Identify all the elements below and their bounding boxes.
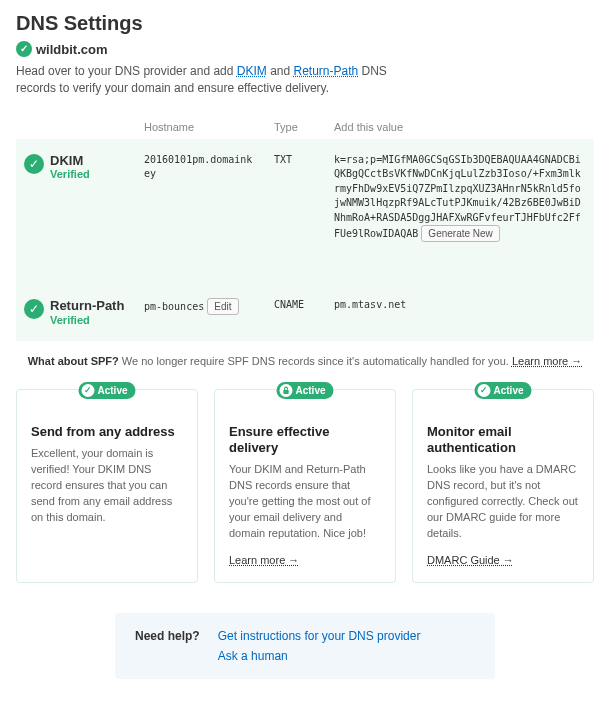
card-dmarc: ✓ Active Monitor email authentication Lo… <box>412 389 594 583</box>
dkim-name: DKIM <box>50 153 90 169</box>
col-value: Add this value <box>326 115 594 139</box>
col-type: Type <box>266 115 326 139</box>
edit-button[interactable]: Edit <box>207 298 238 315</box>
return-path-value: pm.mtasv.net <box>334 299 406 310</box>
dns-records-table: Hostname Type Add this value DKIM Verifi… <box>16 115 594 341</box>
return-path-status: Verified <box>50 314 124 327</box>
card-send-body: Excellent, your domain is verified! Your… <box>31 446 183 526</box>
check-icon: ✓ <box>81 384 94 397</box>
table-row-return-path: Return-Path Verified pm-bounces Edit CNA… <box>16 284 594 341</box>
spf-note: What about SPF? We no longer require SPF… <box>16 355 594 367</box>
card-delivery: Active Ensure effective delivery Your DK… <box>214 389 396 583</box>
dkim-type: TXT <box>274 154 292 165</box>
help-label: Need help? <box>135 629 200 663</box>
return-path-term-link[interactable]: Return-Path <box>294 64 359 78</box>
help-provider-link[interactable]: Get instructions for your DNS provider <box>218 629 421 643</box>
return-path-name: Return-Path <box>50 298 124 314</box>
dkim-status: Verified <box>50 168 90 181</box>
dkim-hostname: 20160101pm.domainkey <box>144 154 252 180</box>
generate-new-button[interactable]: Generate New <box>421 225 499 242</box>
help-panel: Need help? Get instructions for your DNS… <box>115 613 495 679</box>
lock-icon <box>279 384 292 397</box>
card-dmarc-body: Looks like you have a DMARC DNS record, … <box>427 462 579 542</box>
spf-learn-more-link[interactable]: Learn more → <box>512 355 582 367</box>
return-path-verified-icon <box>24 299 44 319</box>
active-badge-delivery: Active <box>276 382 333 399</box>
return-path-hostname: pm-bounces <box>144 301 204 312</box>
card-send: ✓ Active Send from any address Excellent… <box>16 389 198 583</box>
check-icon: ✓ <box>477 384 490 397</box>
svg-rect-0 <box>283 390 288 394</box>
domain-verified-row: wildbit.com <box>16 41 594 57</box>
card-delivery-body: Your DKIM and Return-Path DNS records en… <box>229 462 381 542</box>
col-hostname: Hostname <box>136 115 266 139</box>
card-send-title: Send from any address <box>31 424 183 440</box>
verified-check-icon <box>16 41 32 57</box>
card-delivery-title: Ensure effective delivery <box>229 424 381 457</box>
dkim-term-link[interactable]: DKIM <box>237 64 267 78</box>
table-row-dkim: DKIM Verified 20160101pm.domainkey TXT k… <box>16 139 594 257</box>
help-human-link[interactable]: Ask a human <box>218 649 421 663</box>
spf-label: What about SPF? <box>28 355 119 367</box>
delivery-learn-more-link[interactable]: Learn more → <box>229 554 299 566</box>
active-badge-dmarc: ✓ Active <box>474 382 531 399</box>
dmarc-guide-link[interactable]: DMARC Guide → <box>427 554 514 566</box>
card-dmarc-title: Monitor email authentication <box>427 424 579 457</box>
dkim-verified-icon <box>24 154 44 174</box>
domain-name: wildbit.com <box>36 42 108 57</box>
active-badge-send: ✓ Active <box>78 382 135 399</box>
page-title: DNS Settings <box>16 12 594 35</box>
return-path-type: CNAME <box>274 299 304 310</box>
instruction-text: Head over to your DNS provider and add D… <box>16 63 416 97</box>
